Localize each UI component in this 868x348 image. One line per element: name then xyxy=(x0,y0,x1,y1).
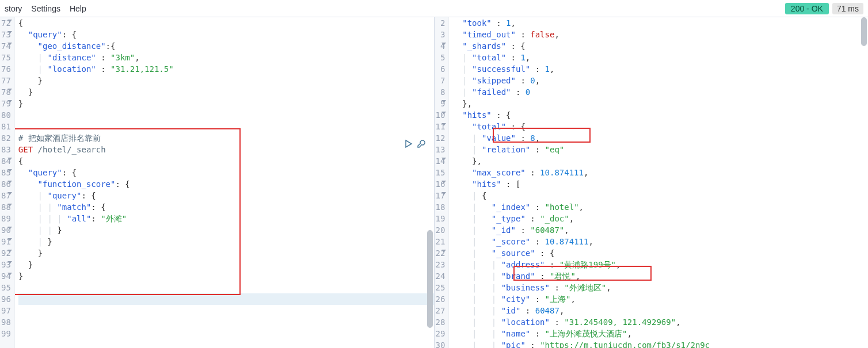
request-editor[interactable]: 7273747576777879808182838485868788899091… xyxy=(0,17,434,348)
response-viewer[interactable]: 2345678910111213141516171819202122232425… xyxy=(435,17,869,348)
request-code[interactable]: { "query": { "geo_distance":{ | "distanc… xyxy=(15,17,434,348)
menu-help[interactable]: Help xyxy=(70,4,86,13)
time-badge: 71 ms xyxy=(832,3,863,14)
run-actions[interactable] xyxy=(404,139,426,151)
play-icon[interactable] xyxy=(404,139,413,151)
scrollbar-left[interactable] xyxy=(426,17,434,348)
scrollbar-right[interactable] xyxy=(860,17,868,348)
wrench-icon[interactable] xyxy=(417,139,426,151)
response-code: "took" : 1, "timed_out" : false, "_shard… xyxy=(449,17,868,348)
left-gutter: 7273747576777879808182838485868788899091… xyxy=(0,17,15,348)
top-menu-bar: story Settings Help 200 - OK 71 ms xyxy=(0,0,868,17)
status-badge: 200 - OK xyxy=(785,3,829,14)
right-gutter: 2345678910111213141516171819202122232425… xyxy=(435,17,450,348)
menu-history[interactable]: story xyxy=(5,4,22,13)
menu-settings[interactable]: Settings xyxy=(31,4,60,13)
